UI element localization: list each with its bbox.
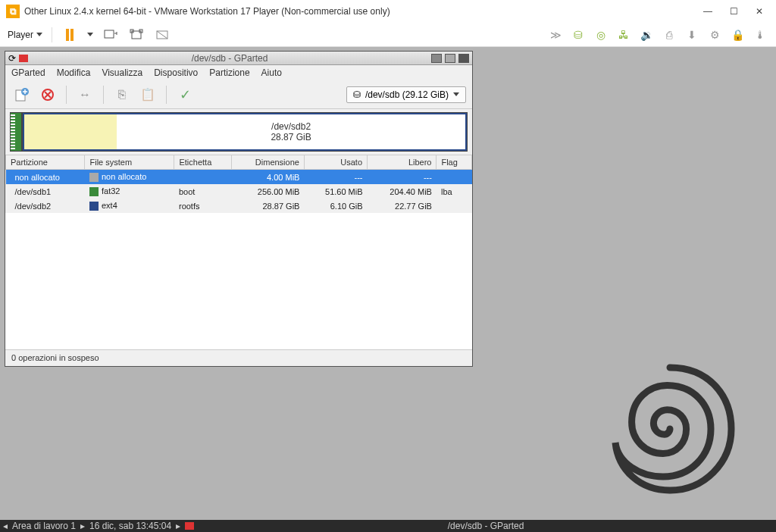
col-used[interactable]: Usato [304,155,367,170]
harddisk-icon: ⛁ [353,89,361,100]
chevron-down-icon[interactable] [87,33,93,36]
device-selector[interactable]: ⛁ /dev/sdb (29.12 GiB) [346,86,466,103]
send-ctrl-alt-del-icon[interactable] [102,27,119,43]
toolbar-divider [66,86,67,104]
menu-partizione[interactable]: Partizione [209,67,249,78]
partition-sdb2-block[interactable]: /dev/sdb2 28.87 GiB [23,113,467,151]
menu-gparted[interactable]: GParted [11,67,45,78]
gparted-menubar: GParted Modifica Visualizza Dispositivo … [5,65,472,80]
workspace-indicator[interactable]: Area di lavoro 1 [12,521,76,531]
thermometer-icon[interactable]: 🌡 [752,27,768,43]
close-button[interactable] [458,54,469,63]
chevron-down-icon [453,92,459,96]
col-free[interactable]: Libero [368,155,436,170]
player-menu[interactable]: Player [8,30,42,40]
svg-line-5 [157,31,167,39]
free-space-region: /dev/sdb2 28.87 GiB [117,114,465,149]
col-filesystem[interactable]: File system [85,155,174,170]
toolbar-divider [52,27,52,42]
taskbar-arrow-left[interactable]: ◂ [3,521,8,531]
minimize-button[interactable]: — [697,4,718,19]
refresh-icon: ⟳ [8,53,16,64]
vmware-titlebar: ⧉ Other Linux 2.4.x kernel 64-bit - VMwa… [0,0,776,23]
new-partition-button[interactable] [11,84,33,105]
pause-button[interactable] [61,27,78,43]
table-row[interactable]: /dev/sdb1fat32boot256.00 MiB51.60 MiB204… [6,184,472,199]
svg-rect-0 [105,30,114,38]
col-flag[interactable]: Flag [436,155,472,170]
paste-button[interactable]: 📋 [137,84,158,105]
partition-table: Partizione File system Etichetta Dimensi… [5,155,472,213]
window-title: Other Linux 2.4.x kernel 64-bit - VMware… [24,6,693,17]
col-label[interactable]: Etichetta [174,155,231,170]
taskbar-arrow-right[interactable]: ▸ [176,521,180,531]
debian-swirl-icon [602,361,738,497]
network-icon[interactable]: 🖧 [615,27,632,43]
fullscreen-icon[interactable] [128,27,145,43]
used-space-region [24,114,117,149]
chevron-down-icon [36,33,42,36]
sound-icon[interactable]: 🔉 [638,27,655,43]
vmware-logo-icon: ⧉ [6,5,20,18]
gparted-title: /dev/sdb - GParted [31,53,428,64]
gparted-toolbar: ↔ ⎘ 📋 ✓ ⛁ /dev/sdb (29.12 GiB) [5,80,472,109]
table-empty-area[interactable] [5,213,472,349]
menu-visualizza[interactable]: Visualizza [102,67,142,78]
printer-icon[interactable]: ⎙ [661,27,677,43]
device-selector-label: /dev/sdb (29.12 GiB) [365,89,449,100]
menu-modifica[interactable]: Modifica [57,67,91,78]
harddisk-icon[interactable]: ⛁ [570,27,587,43]
table-row[interactable]: non allocatonon allocato4.00 MiB------ [6,170,472,185]
toolbar-divider [166,86,167,104]
taskbar-arrow-right[interactable]: ▸ [80,521,85,531]
gparted-titlebar[interactable]: ⟳ /dev/sdb - GParted [5,52,472,65]
partition-map[interactable]: /dev/sdb2 28.87 GiB [10,112,468,152]
cd-icon[interactable]: ◎ [593,27,609,43]
gear-icon[interactable]: ⚙ [706,27,723,43]
cycle-icon[interactable]: ≫ [547,27,564,43]
taskbar-datetime[interactable]: 16 dic, sab 13:45:04 [89,521,171,531]
partition-sdb1-block[interactable] [15,113,23,151]
menu-dispositivo[interactable]: Dispositivo [154,67,198,78]
copy-button[interactable]: ⎘ [111,84,133,105]
maximize-button[interactable] [445,54,455,63]
resize-button[interactable]: ↔ [74,84,95,105]
col-size[interactable]: Dimensione [231,155,304,170]
delete-partition-button[interactable] [37,84,58,105]
vmware-toolbar: Player ≫ ⛁ ◎ 🖧 🔉 ⎙ ⬇ ⚙ 🔒 🌡 [0,23,776,47]
partition-map-label: /dev/sdb2 [271,121,311,132]
col-partition[interactable]: Partizione [6,155,85,170]
gparted-window: ⟳ /dev/sdb - GParted GParted Modifica Vi… [5,51,473,367]
download-icon[interactable]: ⬇ [684,27,700,43]
partition-map-size: 28.87 GiB [271,132,311,142]
vmware-device-icons: ≫ ⛁ ◎ 🖧 🔉 ⎙ ⬇ ⚙ 🔒 🌡 [547,27,768,43]
guest-taskbar[interactable]: ◂ Area di lavoro 1 ▸ 16 dic, sab 13:45:0… [0,520,776,532]
toolbar-divider [103,86,104,104]
minimize-button[interactable] [431,54,442,63]
lock-icon[interactable]: 🔒 [729,27,746,43]
taskbar-active-window[interactable]: /dev/sdb - GParted [199,521,773,531]
menu-aiuto[interactable]: Aiuto [261,67,282,78]
table-row[interactable]: /dev/sdb2ext4rootfs28.87 GiB6.10 GiB22.7… [6,199,472,213]
close-button[interactable]: ✕ [749,4,770,19]
app-icon[interactable] [185,522,194,530]
app-icon [19,55,28,62]
apply-button[interactable]: ✓ [174,84,196,105]
maximize-button[interactable]: ☐ [723,4,744,19]
unity-disabled-icon[interactable] [154,27,171,43]
gparted-statusbar: 0 operazioni in sospeso [5,349,472,366]
guest-desktop: ⟳ /dev/sdb - GParted GParted Modifica Vi… [0,47,776,520]
